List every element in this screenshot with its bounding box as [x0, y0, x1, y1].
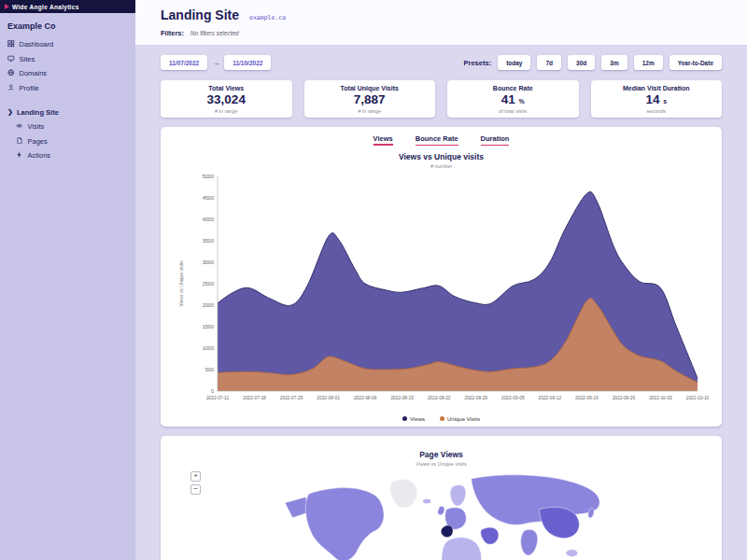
- svg-text:2022-08-29: 2022-08-29: [464, 396, 487, 400]
- svg-text:2022-09-19: 2022-09-19: [575, 396, 599, 400]
- stat-caption: of total visits: [451, 108, 575, 114]
- tab-views[interactable]: Views: [374, 134, 393, 146]
- stat-value: 7,887: [354, 92, 386, 106]
- tab-duration[interactable]: Duration: [481, 134, 510, 146]
- filters-label: Filters:: [161, 29, 184, 37]
- svg-text:2022-09-26: 2022-09-26: [612, 396, 635, 400]
- preset-3m-button[interactable]: 3m: [601, 55, 627, 70]
- stat-value: 41: [501, 92, 515, 106]
- map-zoom-controls: + −: [190, 471, 201, 495]
- map-region-uk[interactable]: [437, 506, 444, 514]
- presets-group: Presets: today 7d 30d 3m 12m Year-to-Dat…: [464, 55, 722, 70]
- stat-title: Total Unique Visits: [308, 85, 432, 91]
- legend-views[interactable]: Views: [402, 416, 425, 422]
- stat-median-duration: Median Visit Duration 14 s seconds: [591, 80, 723, 118]
- sidebar-item-sites[interactable]: Sites: [0, 52, 135, 67]
- stat-caption: # in range: [164, 108, 289, 114]
- svg-text:2022-10-03: 2022-10-03: [649, 396, 672, 400]
- chart-legend: Views Unique Visits: [166, 416, 716, 422]
- site-domain: example.co: [249, 14, 286, 21]
- sidebar-group-landing-site[interactable]: ❯ Landing Site: [0, 106, 135, 119]
- page-icon: [16, 137, 23, 147]
- sidebar: Wide Angle Analytics Example Co Dashboar…: [0, 0, 135, 560]
- date-end-button[interactable]: 11/10/2022: [224, 55, 271, 70]
- svg-text:Views vs Unique visits: Views vs Unique visits: [178, 260, 184, 307]
- svg-text:2022-08-08: 2022-08-08: [353, 396, 376, 400]
- svg-text:2022-09-05: 2022-09-05: [501, 396, 525, 400]
- svg-text:2022-07-11: 2022-07-11: [205, 396, 229, 400]
- sidebar-nav: Dashboard Sites Domains Profile: [0, 37, 135, 95]
- tab-bounce-rate[interactable]: Bounce Rate: [416, 134, 458, 146]
- svg-text:1500: 1500: [202, 324, 213, 329]
- legend-dot-views: [402, 416, 407, 421]
- legend-unique-visits[interactable]: Unique Visits: [440, 416, 480, 422]
- svg-text:2022-08-15: 2022-08-15: [390, 396, 414, 400]
- person-icon: [7, 84, 15, 93]
- page-header: Landing Site example.co Filters: No filt…: [135, 0, 747, 45]
- stat-unit: s: [663, 98, 667, 105]
- map-region-scandinavia[interactable]: [450, 484, 466, 505]
- preset-ytd-button[interactable]: Year-to-Date: [669, 55, 722, 70]
- sidebar-item-dashboard[interactable]: Dashboard: [0, 37, 135, 52]
- sidebar-item-pages[interactable]: Pages: [0, 134, 135, 149]
- svg-text:2500: 2500: [202, 281, 213, 287]
- sidebar-item-visits[interactable]: Visits: [0, 119, 135, 134]
- map-subtitle: Views vs Unique visits: [166, 461, 716, 467]
- stat-bounce-rate: Bounce Rate 41 % of total visits: [447, 80, 579, 118]
- svg-text:2022-07-25: 2022-07-25: [279, 396, 303, 400]
- map-region-se-asia[interactable]: [566, 550, 578, 557]
- filters-value[interactable]: No filters selected: [190, 30, 239, 36]
- stat-caption: # in range: [308, 108, 432, 114]
- stat-title: Total Views: [164, 85, 289, 91]
- date-toolbar: 11/07/2022 → 11/10/2022 Presets: today 7…: [135, 45, 747, 70]
- sidebar-item-domains[interactable]: Domains: [0, 66, 135, 81]
- app-root: Wide Angle Analytics Example Co Dashboar…: [0, 0, 747, 560]
- globe-icon: [7, 69, 15, 78]
- zoom-out-button[interactable]: −: [190, 484, 201, 495]
- bolt-icon: [16, 151, 23, 161]
- monitor-icon: [7, 55, 15, 64]
- zoom-in-button[interactable]: +: [190, 471, 201, 482]
- views-chart-card: Views Bounce Rate Duration Views vs Uniq…: [161, 127, 722, 427]
- world-choropleth-map[interactable]: [180, 470, 703, 560]
- eye-icon: [16, 122, 23, 132]
- preset-7d-button[interactable]: 7d: [537, 55, 561, 70]
- preset-30d-button[interactable]: 30d: [568, 55, 595, 70]
- map-region-europe-top-country[interactable]: [441, 525, 453, 538]
- map-region-india[interactable]: [520, 529, 537, 555]
- sidebar-item-actions[interactable]: Actions: [0, 148, 135, 163]
- map-region-middle-east[interactable]: [480, 527, 498, 544]
- legend-dot-unique: [440, 416, 444, 421]
- map-region-russia[interactable]: [471, 475, 599, 525]
- stat-caption: seconds: [595, 108, 719, 114]
- svg-text:1000: 1000: [202, 345, 213, 351]
- svg-text:3000: 3000: [202, 259, 213, 265]
- svg-text:3500: 3500: [202, 238, 213, 244]
- brand-name: Wide Angle Analytics: [12, 4, 79, 10]
- sidebar-item-label: Visits: [28, 122, 45, 131]
- map-region-north-america[interactable]: [305, 487, 384, 560]
- map-region-iceland[interactable]: [422, 498, 430, 503]
- sidebar-item-label: Dashboard: [20, 40, 54, 49]
- stat-title: Median Visit Duration: [595, 85, 719, 91]
- svg-text:5000: 5000: [202, 174, 213, 179]
- date-start-button[interactable]: 11/07/2022: [161, 55, 207, 70]
- dashboard-icon: [7, 40, 15, 49]
- svg-text:4000: 4000: [202, 217, 213, 222]
- brand-bar: Wide Angle Analytics: [0, 0, 135, 13]
- svg-text:2000: 2000: [202, 302, 213, 308]
- stat-value: 14: [645, 92, 659, 106]
- brand-logo-icon: [5, 4, 9, 9]
- stat-cards: Total Views 33,024 # in range Total Uniq…: [135, 70, 747, 118]
- svg-text:2022-10-10: 2022-10-10: [685, 396, 708, 400]
- map-region-greenland[interactable]: [390, 479, 417, 507]
- sidebar-item-profile[interactable]: Profile: [0, 81, 135, 96]
- svg-text:500: 500: [204, 367, 213, 372]
- page-title: Landing Site: [161, 7, 239, 22]
- preset-today-button[interactable]: today: [498, 55, 530, 70]
- map-region-africa[interactable]: [442, 538, 482, 560]
- svg-text:2022-08-22: 2022-08-22: [427, 396, 450, 400]
- svg-text:2022-07-18: 2022-07-18: [243, 396, 266, 400]
- preset-12m-button[interactable]: 12m: [634, 55, 663, 70]
- stat-title: Bounce Rate: [451, 85, 575, 91]
